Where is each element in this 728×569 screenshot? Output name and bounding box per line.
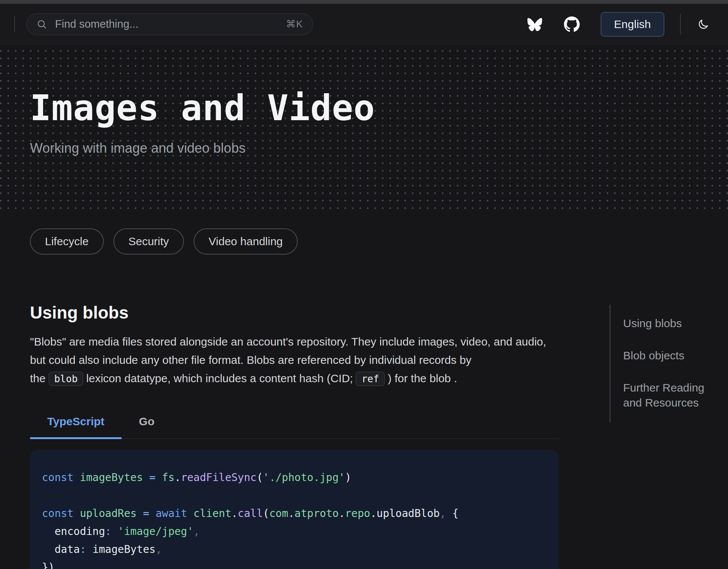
code-line: const uploadRes = await client.call(com.… <box>42 505 551 523</box>
page-subtitle: Working with image and video blobs <box>30 140 698 156</box>
site-header: Find something... ⌘K English <box>0 4 728 45</box>
search-shortcut-hint: ⌘K <box>286 18 303 30</box>
search-icon <box>36 19 48 30</box>
section-heading: Using blobs <box>30 302 559 323</box>
toc-item-further-reading-and-resources[interactable]: Further Reading and Resources <box>623 380 708 410</box>
paragraph-text: lexicon datatype, which includes a conte… <box>86 372 353 384</box>
bluesky-butterfly-icon <box>527 18 542 31</box>
code-line: data: imageBytes, <box>42 541 551 559</box>
section-paragraph: "Blobs" are media files stored alongside… <box>30 332 559 388</box>
page-title: Images and Video <box>30 45 698 128</box>
header-actions: English <box>527 12 709 37</box>
table-of-contents: Using blobsBlob objectsFurther Reading a… <box>610 305 708 422</box>
dark-mode-toggle[interactable] <box>697 18 709 30</box>
toc-item-using-blobs[interactable]: Using blobs <box>623 316 708 331</box>
search-input[interactable]: Find something... ⌘K <box>26 13 313 35</box>
code-line <box>42 487 551 505</box>
window-top-strip <box>0 0 728 4</box>
code-line: const imageBytes = fs.readFileSync('./ph… <box>42 469 551 487</box>
inline-code-ref: ref <box>356 372 385 386</box>
header-right-divider <box>680 14 681 35</box>
code-tabs: TypeScriptGo <box>30 408 559 439</box>
moon-icon <box>697 18 709 30</box>
code-line: encoding: 'image/jpeg', <box>42 523 551 541</box>
inline-code-blob: blob <box>49 372 84 386</box>
main-column: Using blobs "Blobs" are media files stor… <box>30 302 559 569</box>
code-line: }) <box>42 559 551 569</box>
paragraph-text: ) for the blob . <box>388 372 457 384</box>
tag-pill-lifecycle[interactable]: Lifecycle <box>30 228 104 255</box>
content-area: Using blobs "Blobs" are media files stor… <box>0 302 728 569</box>
tag-pill-security[interactable]: Security <box>113 228 184 255</box>
github-link-button[interactable] <box>564 16 580 32</box>
tag-pill-video-handling[interactable]: Video handling <box>194 228 298 255</box>
search-placeholder: Find something... <box>55 18 279 30</box>
toc-item-blob-objects[interactable]: Blob objects <box>623 348 708 363</box>
tag-pill-row: LifecycleSecurityVideo handling <box>30 228 698 255</box>
language-selector-button[interactable]: English <box>601 12 664 37</box>
tab-go[interactable]: Go <box>122 408 172 438</box>
bluesky-link-button[interactable] <box>527 18 542 31</box>
code-block: const imageBytes = fs.readFileSync('./ph… <box>30 450 559 569</box>
github-icon <box>564 16 580 32</box>
header-left-divider <box>14 16 15 32</box>
tab-typescript[interactable]: TypeScript <box>30 408 122 438</box>
hero-banner: Images and Video Working with image and … <box>0 45 728 210</box>
